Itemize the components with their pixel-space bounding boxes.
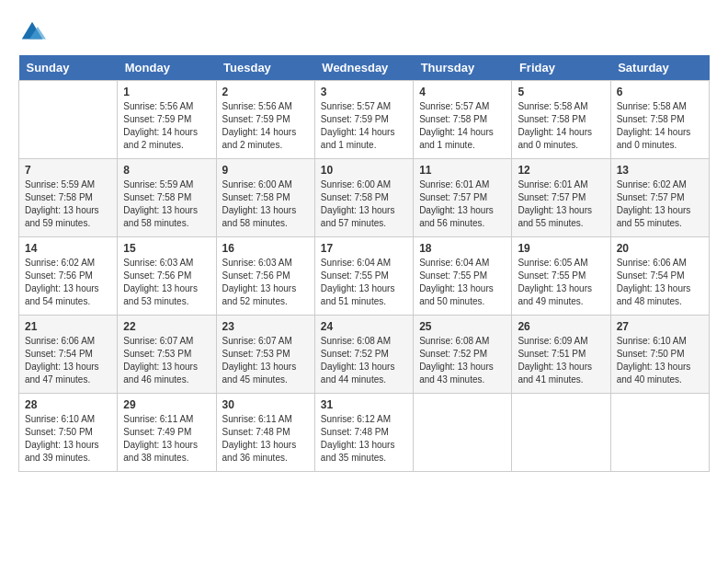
- cell-info: Sunrise: 5:56 AM Sunset: 7:59 PM Dayligh…: [222, 100, 309, 152]
- calendar-cell: 25Sunrise: 6:08 AM Sunset: 7:52 PM Dayli…: [414, 316, 512, 394]
- cell-info: Sunrise: 6:07 AM Sunset: 7:53 PM Dayligh…: [222, 335, 309, 386]
- cell-info: Sunrise: 5:57 AM Sunset: 7:58 PM Dayligh…: [419, 100, 506, 152]
- day-header-monday: Monday: [118, 55, 216, 81]
- calendar-cell: 30Sunrise: 6:11 AM Sunset: 7:48 PM Dayli…: [216, 394, 314, 472]
- logo: [18, 18, 50, 46]
- day-header-thursday: Thursday: [414, 55, 512, 81]
- calendar-cell: 6Sunrise: 5:58 AM Sunset: 7:58 PM Daylig…: [610, 81, 709, 159]
- page-header: [18, 18, 710, 46]
- day-number: 31: [321, 398, 407, 411]
- calendar-cell: 16Sunrise: 6:03 AM Sunset: 7:56 PM Dayli…: [216, 237, 314, 316]
- day-header-saturday: Saturday: [610, 55, 709, 81]
- day-number: 28: [25, 398, 111, 411]
- cell-info: Sunrise: 6:10 AM Sunset: 7:50 PM Dayligh…: [617, 335, 703, 386]
- calendar-cell: 11Sunrise: 6:01 AM Sunset: 7:57 PM Dayli…: [414, 159, 512, 237]
- cell-info: Sunrise: 6:09 AM Sunset: 7:51 PM Dayligh…: [518, 335, 604, 386]
- calendar-cell: 31Sunrise: 6:12 AM Sunset: 7:48 PM Dayli…: [314, 394, 413, 472]
- calendar-cell: 26Sunrise: 6:09 AM Sunset: 7:51 PM Dayli…: [512, 316, 610, 394]
- calendar-cell: 29Sunrise: 6:11 AM Sunset: 7:49 PM Dayli…: [118, 394, 216, 472]
- calendar-cell: 19Sunrise: 6:05 AM Sunset: 7:55 PM Dayli…: [512, 237, 610, 316]
- calendar-cell: 18Sunrise: 6:04 AM Sunset: 7:55 PM Dayli…: [414, 237, 512, 316]
- day-number: 2: [222, 86, 309, 98]
- calendar-cell: 20Sunrise: 6:06 AM Sunset: 7:54 PM Dayli…: [610, 237, 709, 316]
- day-number: 1: [123, 86, 210, 98]
- day-header-tuesday: Tuesday: [216, 55, 314, 81]
- day-number: 7: [25, 164, 111, 177]
- day-number: 19: [518, 242, 604, 255]
- cell-info: Sunrise: 6:07 AM Sunset: 7:53 PM Dayligh…: [123, 335, 210, 386]
- cell-info: Sunrise: 6:08 AM Sunset: 7:52 PM Dayligh…: [321, 335, 407, 386]
- calendar-week-row: 7Sunrise: 5:59 AM Sunset: 7:58 PM Daylig…: [19, 159, 710, 237]
- calendar-cell: 1Sunrise: 5:56 AM Sunset: 7:59 PM Daylig…: [118, 81, 216, 159]
- calendar-week-row: 1Sunrise: 5:56 AM Sunset: 7:59 PM Daylig…: [19, 81, 710, 159]
- cell-info: Sunrise: 6:03 AM Sunset: 7:56 PM Dayligh…: [222, 257, 309, 308]
- calendar-cell: 28Sunrise: 6:10 AM Sunset: 7:50 PM Dayli…: [19, 394, 118, 472]
- calendar-cell: 5Sunrise: 5:58 AM Sunset: 7:58 PM Daylig…: [512, 81, 610, 159]
- calendar-cell: 17Sunrise: 6:04 AM Sunset: 7:55 PM Dayli…: [314, 237, 413, 316]
- calendar-week-row: 28Sunrise: 6:10 AM Sunset: 7:50 PM Dayli…: [19, 394, 710, 472]
- day-number: 9: [222, 164, 309, 177]
- logo-icon: [18, 18, 46, 46]
- cell-info: Sunrise: 6:02 AM Sunset: 7:57 PM Dayligh…: [617, 178, 703, 230]
- calendar-week-row: 14Sunrise: 6:02 AM Sunset: 7:56 PM Dayli…: [19, 237, 710, 316]
- cell-info: Sunrise: 6:01 AM Sunset: 7:57 PM Dayligh…: [518, 178, 604, 230]
- cell-info: Sunrise: 6:04 AM Sunset: 7:55 PM Dayligh…: [321, 257, 407, 308]
- day-number: 6: [617, 86, 703, 98]
- calendar-cell: 13Sunrise: 6:02 AM Sunset: 7:57 PM Dayli…: [610, 159, 709, 237]
- day-number: 22: [123, 320, 210, 333]
- cell-info: Sunrise: 6:00 AM Sunset: 7:58 PM Dayligh…: [222, 178, 309, 230]
- calendar-header-row: SundayMondayTuesdayWednesdayThursdayFrid…: [19, 55, 710, 81]
- cell-info: Sunrise: 6:00 AM Sunset: 7:58 PM Dayligh…: [321, 178, 407, 230]
- calendar-cell: 23Sunrise: 6:07 AM Sunset: 7:53 PM Dayli…: [216, 316, 314, 394]
- calendar-cell: [414, 394, 512, 472]
- day-number: 21: [25, 320, 111, 333]
- day-header-friday: Friday: [512, 55, 610, 81]
- calendar-cell: 3Sunrise: 5:57 AM Sunset: 7:59 PM Daylig…: [314, 81, 413, 159]
- calendar-cell: 4Sunrise: 5:57 AM Sunset: 7:58 PM Daylig…: [414, 81, 512, 159]
- cell-info: Sunrise: 5:57 AM Sunset: 7:59 PM Dayligh…: [321, 100, 407, 152]
- day-number: 3: [321, 86, 407, 98]
- calendar-cell: 21Sunrise: 6:06 AM Sunset: 7:54 PM Dayli…: [19, 316, 118, 394]
- day-number: 16: [222, 242, 309, 255]
- cell-info: Sunrise: 6:01 AM Sunset: 7:57 PM Dayligh…: [419, 178, 506, 230]
- cell-info: Sunrise: 6:04 AM Sunset: 7:55 PM Dayligh…: [419, 257, 506, 308]
- calendar-body: 1Sunrise: 5:56 AM Sunset: 7:59 PM Daylig…: [19, 81, 710, 472]
- cell-info: Sunrise: 6:08 AM Sunset: 7:52 PM Dayligh…: [419, 335, 506, 386]
- cell-info: Sunrise: 5:59 AM Sunset: 7:58 PM Dayligh…: [123, 178, 210, 230]
- calendar-table: SundayMondayTuesdayWednesdayThursdayFrid…: [18, 55, 710, 472]
- day-number: 8: [123, 164, 210, 177]
- calendar-cell: [512, 394, 610, 472]
- cell-info: Sunrise: 6:12 AM Sunset: 7:48 PM Dayligh…: [321, 413, 407, 465]
- cell-info: Sunrise: 6:06 AM Sunset: 7:54 PM Dayligh…: [617, 257, 703, 308]
- day-header-sunday: Sunday: [19, 55, 118, 81]
- day-number: 18: [419, 242, 506, 255]
- day-number: 10: [321, 164, 407, 177]
- day-number: 23: [222, 320, 309, 333]
- cell-info: Sunrise: 6:05 AM Sunset: 7:55 PM Dayligh…: [518, 257, 604, 308]
- day-number: 25: [419, 320, 506, 333]
- day-number: 26: [518, 320, 604, 333]
- cell-info: Sunrise: 6:03 AM Sunset: 7:56 PM Dayligh…: [123, 257, 210, 308]
- calendar-cell: 7Sunrise: 5:59 AM Sunset: 7:58 PM Daylig…: [19, 159, 118, 237]
- calendar-cell: 24Sunrise: 6:08 AM Sunset: 7:52 PM Dayli…: [314, 316, 413, 394]
- cell-info: Sunrise: 6:11 AM Sunset: 7:48 PM Dayligh…: [222, 413, 309, 465]
- cell-info: Sunrise: 6:10 AM Sunset: 7:50 PM Dayligh…: [25, 413, 111, 465]
- calendar-cell: 12Sunrise: 6:01 AM Sunset: 7:57 PM Dayli…: [512, 159, 610, 237]
- day-number: 14: [25, 242, 111, 255]
- day-number: 27: [617, 320, 703, 333]
- day-number: 24: [321, 320, 407, 333]
- cell-info: Sunrise: 5:56 AM Sunset: 7:59 PM Dayligh…: [123, 100, 210, 152]
- day-number: 12: [518, 164, 604, 177]
- calendar-cell: 10Sunrise: 6:00 AM Sunset: 7:58 PM Dayli…: [314, 159, 413, 237]
- calendar-week-row: 21Sunrise: 6:06 AM Sunset: 7:54 PM Dayli…: [19, 316, 710, 394]
- day-number: 4: [419, 86, 506, 98]
- calendar-cell: 15Sunrise: 6:03 AM Sunset: 7:56 PM Dayli…: [118, 237, 216, 316]
- day-number: 13: [617, 164, 703, 177]
- cell-info: Sunrise: 5:58 AM Sunset: 7:58 PM Dayligh…: [518, 100, 604, 152]
- cell-info: Sunrise: 6:11 AM Sunset: 7:49 PM Dayligh…: [123, 413, 210, 465]
- calendar-cell: 9Sunrise: 6:00 AM Sunset: 7:58 PM Daylig…: [216, 159, 314, 237]
- day-number: 5: [518, 86, 604, 98]
- day-number: 11: [419, 164, 506, 177]
- day-number: 29: [123, 398, 210, 411]
- calendar-cell: [19, 81, 118, 159]
